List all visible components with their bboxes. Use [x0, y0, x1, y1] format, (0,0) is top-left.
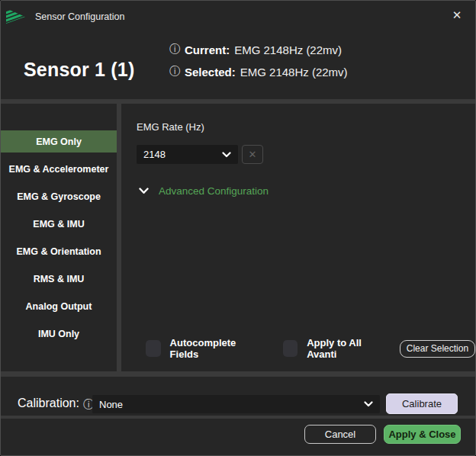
sidebar-item-emg-orientation[interactable]: EMG & Orientation: [1, 240, 117, 262]
calibrate-button[interactable]: Calibrate: [386, 393, 458, 414]
emg-rate-value: 2148: [137, 149, 222, 160]
emg-rate-label: EMG Rate (Hz): [137, 121, 204, 133]
autocomplete-fields-group: Autocomplete Fields: [146, 337, 257, 360]
sidebar-item-imu-only[interactable]: IMU Only: [1, 323, 117, 345]
selected-value: EMG 2148Hz (22mv): [240, 66, 348, 79]
selected-label: Selected:: [185, 66, 236, 79]
sensor-title: Sensor 1 (1): [24, 59, 135, 81]
sensor-mode-sidebar: EMG Only EMG & Accelerometer EMG & Gyros…: [1, 104, 117, 371]
cancel-button[interactable]: Cancel: [304, 425, 376, 444]
bottom-controls: Autocomplete Fields Apply to All Avanti …: [146, 337, 475, 360]
chevron-down-icon: [139, 184, 149, 197]
autocomplete-fields-label: Autocomplete Fields: [170, 337, 257, 360]
info-icon: ⓘ: [169, 65, 180, 79]
apply-to-all-avanti-group: Apply to All Avanti: [283, 337, 384, 360]
apply-to-all-avanti-label: Apply to All Avanti: [307, 337, 384, 360]
calibration-dropdown[interactable]: None: [92, 395, 380, 413]
footer-divider: [1, 416, 475, 419]
titlebar: Sensor Configuration ✕: [1, 1, 475, 31]
close-icon: ✕: [452, 8, 462, 21]
current-value: EMG 2148Hz (22mv): [234, 43, 342, 56]
sidebar-item-emg-imu[interactable]: EMG & IMU: [1, 213, 117, 235]
selected-status-row: ⓘ Selected: EMG 2148Hz (22mv): [169, 65, 348, 79]
autocomplete-fields-checkbox[interactable]: [146, 340, 161, 357]
apply-to-all-avanti-checkbox[interactable]: [283, 340, 298, 357]
close-button[interactable]: ✕: [439, 1, 475, 30]
app-logo-icon: [5, 6, 27, 26]
advanced-configuration-label: Advanced Configuration: [159, 185, 269, 197]
clear-selection-button[interactable]: Clear Selection: [400, 340, 475, 358]
calibration-value: None: [92, 399, 364, 410]
current-label: Current:: [185, 43, 230, 56]
sidebar-item-emg-accelerometer[interactable]: EMG & Accelerometer: [1, 158, 117, 180]
chevron-down-icon: [222, 152, 231, 158]
info-icon: ⓘ: [169, 43, 180, 56]
chevron-down-icon: [364, 401, 373, 407]
clear-rate-button[interactable]: ✕: [242, 145, 263, 164]
clear-icon: ✕: [249, 149, 257, 160]
current-status-row: ⓘ Current: EMG 2148Hz (22mv): [169, 43, 342, 56]
sensor-configuration-window: Sensor Configuration ✕ Sensor 1 (1) ⓘ Cu…: [0, 0, 476, 456]
calibration-label: Calibration:: [18, 397, 79, 410]
calibration-divider: [1, 371, 475, 377]
advanced-configuration-toggle[interactable]: Advanced Configuration: [139, 184, 269, 197]
apply-close-button[interactable]: Apply & Close: [384, 425, 461, 444]
window-title: Sensor Configuration: [35, 11, 124, 22]
emg-rate-dropdown[interactable]: 2148: [137, 145, 238, 164]
sidebar-item-rms-imu[interactable]: RMS & IMU: [1, 268, 117, 290]
sidebar-item-emg-gyroscope[interactable]: EMG & Gyroscope: [1, 185, 117, 207]
sidebar-divider: [117, 104, 121, 371]
sidebar-item-analog-output[interactable]: Analog Output: [1, 295, 117, 317]
sidebar-item-emg-only[interactable]: EMG Only: [1, 130, 117, 153]
